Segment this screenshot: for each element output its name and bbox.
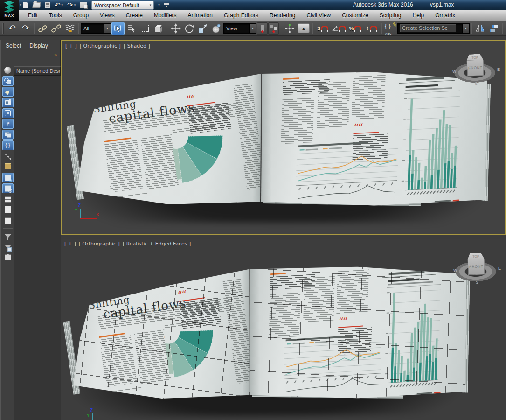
compass-south[interactable]: S <box>475 81 478 86</box>
menu-edit[interactable]: Edit <box>22 12 43 19</box>
angle-snap-toggle-button[interactable] <box>331 22 347 35</box>
edit-named-selection-sets-button[interactable]: { }✎ ABC <box>384 22 397 35</box>
rectangular-selection-region-button[interactable] <box>139 22 152 35</box>
selection-filter-dropdown[interactable]: All ▼ <box>81 23 111 34</box>
menu-animation[interactable]: Animation <box>182 12 218 19</box>
menu-graph-editors[interactable]: Graph Editors <box>218 12 264 19</box>
workspace-list-caret[interactable]: ▾ <box>158 3 160 7</box>
viewport-plus-menu[interactable]: [ + ] <box>65 43 77 49</box>
open-file-button[interactable] <box>33 2 41 8</box>
expand-all-button[interactable] <box>2 194 14 204</box>
mirror-button[interactable] <box>474 22 487 35</box>
magazine-3d-model[interactable]: Shifting capital flows ““ <box>71 60 491 216</box>
display-cameras-filter-button[interactable] <box>2 98 14 107</box>
menu-scripting[interactable]: Scripting <box>374 12 407 19</box>
select-and-scale-button[interactable] <box>196 22 209 35</box>
app-menu-caret-icon[interactable]: ▾ <box>20 3 21 7</box>
undo-scene-button[interactable]: ↶ <box>6 22 19 35</box>
menu-civil-view[interactable]: Civil View <box>301 12 336 19</box>
redo-button[interactable]: ↷▾ <box>67 2 76 8</box>
save-file-button[interactable] <box>45 2 50 8</box>
scene-explorer-menu-display[interactable]: Display <box>29 42 48 49</box>
percent-snap-toggle-button[interactable]: % <box>347 22 363 35</box>
compass-south[interactable]: S <box>476 280 478 285</box>
expand-selected-button[interactable] <box>2 216 14 225</box>
panel-overflow-chevron[interactable]: » <box>54 52 56 57</box>
menu-views[interactable]: Views <box>94 12 120 19</box>
compass-west[interactable]: W <box>453 268 457 273</box>
menu-customize[interactable]: Customize <box>336 12 374 19</box>
viewport-top-orthographic-shaded[interactable]: [ + ] [ Orthographic ] [ Shaded ] Shifti… <box>61 40 506 235</box>
spinner-snap-toggle-button[interactable]: ▲▼ <box>364 22 380 35</box>
magazine-3d-model[interactable]: Shifting capital flows ““ <box>67 254 471 411</box>
display-hidden-filter-button[interactable] <box>2 183 14 193</box>
viewcube-top-face[interactable]: TOP <box>466 54 483 60</box>
toolbar-grip[interactable] <box>2 23 4 34</box>
select-and-link-button[interactable] <box>36 22 49 35</box>
select-and-rotate-button[interactable] <box>183 22 196 35</box>
select-and-manipulate-button[interactable] <box>283 22 296 35</box>
viewport-pov-menu[interactable]: [ Orthographic ] <box>79 241 120 247</box>
use-pivot-point-center-button[interactable]: ◆ <box>257 22 268 35</box>
quick-access-overflow-button[interactable]: ▾ <box>164 3 169 7</box>
new-scene-button[interactable] <box>23 2 28 8</box>
display-spacewarps-filter-button[interactable]: ≈≈ <box>2 119 14 129</box>
use-selection-center-button[interactable]: ◆ <box>268 22 279 35</box>
application-menu-button[interactable]: MAX <box>0 0 19 21</box>
scene-object-list[interactable] <box>14 76 61 420</box>
workspace-dropdown[interactable]: Workspace: Default ▾ <box>91 1 154 10</box>
display-containers-filter-button[interactable] <box>2 162 14 172</box>
display-xrefs-filter-button[interactable]: {▫} <box>2 140 14 150</box>
viewport-plus-menu[interactable]: [ + ] <box>64 241 76 247</box>
redo-dropdown-caret[interactable]: ▾ <box>74 3 76 7</box>
name-column-header[interactable]: Name (Sorted Desce <box>14 66 61 76</box>
menu-group[interactable]: Group <box>68 12 94 19</box>
display-geometry-filter-button[interactable] <box>2 65 14 75</box>
set-project-folder-button[interactable] <box>80 2 87 8</box>
filter-button[interactable] <box>2 231 14 241</box>
display-shapes-filter-button[interactable] <box>2 76 14 86</box>
filter-combinations-button[interactable] <box>2 242 14 252</box>
collapse-all-button[interactable] <box>2 205 14 215</box>
bind-to-space-warp-button[interactable] <box>63 22 76 35</box>
undo-button[interactable]: ↶▾ <box>55 2 63 8</box>
viewport-shading-menu[interactable]: [ Shaded ] <box>124 43 150 49</box>
undo-dropdown-caret[interactable]: ▾ <box>62 3 63 7</box>
compass-east[interactable]: E <box>498 266 501 271</box>
viewcube[interactable]: W E S TOP FRONT <box>453 53 498 84</box>
viewcube-top-face[interactable]: TOP <box>467 252 484 259</box>
pivot-point-center-flyout[interactable]: ◆ ◆ <box>257 22 279 35</box>
viewcube-cube[interactable]: TOP FRONT <box>466 54 484 77</box>
select-by-name-button[interactable] <box>125 22 138 35</box>
select-and-place-button[interactable] <box>210 22 223 35</box>
keyboard-shortcut-override-button[interactable]: ▲ <box>297 22 311 35</box>
scene-explorer-menu-select[interactable]: Select <box>6 42 21 49</box>
viewport-pov-menu[interactable]: [ Orthographic ] <box>80 43 121 49</box>
select-and-move-button[interactable] <box>169 22 182 35</box>
display-frozen-filter-button[interactable] <box>2 173 14 182</box>
named-selection-set-dropdown[interactable]: Create Selection Se ▼ <box>397 23 470 34</box>
viewport-shading-menu[interactable]: [ Realistic + Edged Faces ] <box>123 241 191 247</box>
compass-east[interactable]: E <box>497 67 500 72</box>
unlink-selection-button[interactable] <box>50 22 63 35</box>
snaps-toggle-button[interactable]: 3 <box>315 22 331 35</box>
viewcube-front-face[interactable]: FRONT <box>468 259 485 275</box>
select-object-button[interactable] <box>111 22 125 35</box>
redo-scene-button[interactable]: ↷ <box>19 22 32 35</box>
viewcube[interactable]: W E S TOP FRONT <box>454 252 499 283</box>
viewcube-front-face[interactable]: FRONT <box>467 60 484 76</box>
reference-coordinate-system-dropdown[interactable]: View ▼ <box>223 23 256 34</box>
lock-cell-editing-button[interactable] <box>2 252 14 262</box>
menu-help[interactable]: Help <box>407 12 430 19</box>
viewcube-cube[interactable]: TOP FRONT <box>467 252 485 275</box>
window-crossing-toggle-button[interactable] <box>152 22 165 35</box>
viewport-bottom-orthographic-realistic[interactable]: [ + ] [ Orthographic ] [ Realistic + Edg… <box>61 239 506 420</box>
display-groups-filter-button[interactable] <box>2 130 14 140</box>
menu-tools[interactable]: Tools <box>43 12 68 19</box>
display-bones-filter-button[interactable] <box>2 151 14 161</box>
align-button[interactable] <box>487 22 500 35</box>
menu-create[interactable]: Create <box>120 12 148 19</box>
compass-west[interactable]: W <box>452 69 457 74</box>
menu-rendering[interactable]: Rendering <box>264 12 301 19</box>
menu-ornatrix[interactable]: Ornatrix <box>430 12 461 19</box>
